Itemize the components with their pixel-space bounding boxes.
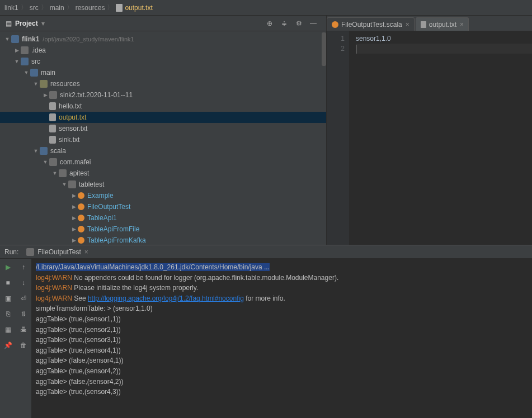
tree-twisty-icon[interactable]: ▼ (43, 159, 48, 165)
tree-row[interactable]: ▶TableApi1 (0, 212, 326, 224)
editor-tab[interactable]: output.txt× (416, 17, 469, 31)
print-icon[interactable]: 🖶 (18, 325, 29, 335)
bc-item[interactable]: link1 (4, 4, 18, 12)
run-tab-label: FileOutputTest (37, 248, 81, 256)
console-line: aggTable> (false,(sensor4,2)) (36, 377, 528, 387)
tree-twisty-icon[interactable]: ▶ (71, 193, 77, 198)
tree-twisty-icon[interactable]: ▼ (33, 148, 39, 154)
tree-row[interactable]: hello.txt (0, 101, 326, 112)
scroll-icon[interactable]: ⥮ (18, 309, 29, 319)
folder-icon (49, 91, 57, 99)
console-line: simpleTramsformTable: > (sensor1,1.0) (36, 303, 528, 314)
tree-row[interactable]: ▼scala (0, 145, 326, 156)
folder-icon (21, 58, 29, 65)
scrollbar[interactable] (322, 32, 326, 66)
tree-twisty-icon[interactable]: ▶ (71, 238, 77, 243)
editor-pane: FileOutputTest.scala×output.txt× 12 sens… (327, 16, 532, 245)
project-pane-header: ▤ Project ▾ ⊕ ≑ ⚙ — (0, 16, 326, 31)
up-icon[interactable]: ↑ (18, 262, 29, 272)
folder-icon (49, 158, 57, 166)
application-icon (26, 248, 34, 256)
tree-twisty-icon[interactable]: ▶ (71, 204, 77, 210)
tab-label: FileOutputTest.scala (341, 21, 402, 28)
close-icon[interactable]: × (406, 21, 409, 28)
tab-label: output.txt (429, 21, 456, 28)
editor-body[interactable]: 12 sensor1,1.0 (327, 31, 532, 245)
wrap-icon[interactable]: ⏎ (18, 293, 29, 303)
tree-row[interactable]: ▼com.mafei (0, 156, 326, 168)
code-line[interactable] (356, 44, 532, 54)
tree-item-label: TableApiFromFile (87, 225, 139, 233)
run-panel: Run: FileOutputTest × ▶ ■ ▣ ⎘ ▦ 📌 ↑ ↓ ⏎ … (0, 245, 532, 418)
bc-item-active[interactable]: output.txt (125, 4, 152, 12)
code-line[interactable]: sensor1,1.0 (356, 34, 532, 44)
collapse-icon[interactable]: ≑ (279, 18, 289, 28)
tree-twisty-icon[interactable]: ▼ (52, 170, 58, 176)
caret (356, 45, 356, 54)
scala-class-icon (78, 237, 84, 244)
target-icon[interactable]: ⊕ (265, 18, 275, 28)
folder-icon (59, 169, 67, 177)
tree-row[interactable]: ▶Example (0, 190, 326, 201)
layout-icon[interactable]: ▦ (3, 325, 13, 335)
scala-class-icon (78, 203, 84, 210)
project-pane: ▤ Project ▾ ⊕ ≑ ⚙ — ▼flink1/opt/java2020… (0, 16, 327, 245)
tree-row[interactable]: ▶FileOutputTest (0, 201, 326, 212)
scala-file-icon (332, 21, 338, 28)
tree-row[interactable]: ▼apitest (0, 168, 326, 179)
tree-twisty-icon[interactable]: ▼ (4, 36, 10, 42)
text-file-icon (49, 136, 56, 144)
tree-row[interactable]: ▶.idea (0, 45, 326, 56)
down-icon[interactable]: ↓ (18, 278, 29, 288)
tree-row[interactable]: ▶TableApiFromKafka (0, 235, 326, 245)
folder-icon (11, 35, 19, 43)
console-line: aggTable> (true,(sensor3,1)) (36, 335, 528, 345)
tree-twisty-icon[interactable]: ▶ (71, 215, 77, 221)
bc-item[interactable]: src (30, 4, 39, 12)
project-tree[interactable]: ▼flink1/opt/java2020_study/maven/flink1▶… (0, 31, 326, 245)
tree-item-path: /opt/java2020_study/maven/flink1 (43, 36, 134, 42)
close-icon[interactable]: × (460, 21, 464, 28)
close-icon[interactable]: × (84, 248, 88, 256)
folder-icon (21, 46, 29, 54)
tree-row[interactable]: sensor.txt (0, 123, 326, 134)
tree-twisty-icon[interactable]: ▼ (33, 81, 39, 87)
project-title[interactable]: Project (15, 20, 38, 27)
tree-item-label: sink.txt (59, 136, 79, 144)
tree-twisty-icon[interactable]: ▼ (14, 59, 20, 64)
stop-icon[interactable]: ■ (3, 278, 13, 288)
tree-row[interactable]: ▶sink2.txt.2020-11-01--11 (0, 89, 326, 101)
tree-row[interactable]: sink.txt (0, 134, 326, 145)
tree-item-label: main (41, 69, 55, 77)
trash-icon[interactable]: 🗑 (18, 340, 29, 350)
tree-row[interactable]: ▶TableApiFromFile (0, 224, 326, 235)
run-tab[interactable]: FileOutputTest × (26, 248, 88, 256)
tree-row[interactable]: ▼tabletest (0, 179, 326, 190)
tree-row[interactable]: ▼main (0, 67, 326, 78)
tree-twisty-icon[interactable]: ▶ (43, 92, 48, 98)
editor-tab[interactable]: FileOutputTest.scala× (327, 17, 415, 31)
tree-row[interactable]: output.txt (0, 112, 326, 123)
tree-row[interactable]: ▼src (0, 56, 326, 67)
console-link[interactable]: http://logging.apache.org/log4j/1.2/faq.… (88, 294, 244, 302)
console-line: aggTable> (false,(sensor4,1)) (36, 355, 528, 366)
tree-twisty-icon[interactable]: ▶ (14, 48, 20, 53)
run-console[interactable]: /Library/Java/JavaVirtualMachines/jdk1.8… (31, 259, 532, 418)
rerun-icon[interactable]: ▶ (3, 262, 13, 272)
hide-icon[interactable]: — (308, 18, 318, 28)
exit-icon[interactable]: ⎘ (3, 309, 13, 319)
bc-item[interactable]: main (50, 4, 64, 12)
tree-row[interactable]: ▼resources (0, 78, 326, 89)
tree-item-label: TableApiFromKafka (87, 236, 146, 244)
folder-icon (40, 147, 48, 155)
gear-icon[interactable]: ⚙ (294, 18, 304, 28)
tree-row[interactable]: ▼flink1/opt/java2020_study/maven/flink1 (0, 34, 326, 45)
tree-twisty-icon[interactable]: ▼ (62, 182, 67, 187)
tree-twisty-icon[interactable]: ▶ (71, 226, 77, 232)
bc-item[interactable]: resources (76, 4, 105, 12)
editor-code[interactable]: sensor1,1.0 (349, 31, 532, 245)
dropdown-icon[interactable]: ▾ (41, 20, 45, 27)
tree-twisty-icon[interactable]: ▼ (23, 70, 29, 75)
pin-icon[interactable]: 📌 (3, 340, 13, 350)
camera-icon[interactable]: ▣ (3, 293, 13, 303)
